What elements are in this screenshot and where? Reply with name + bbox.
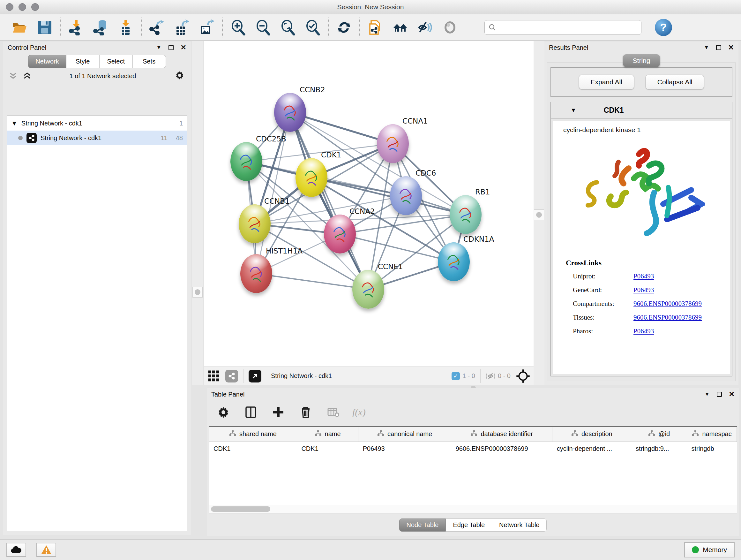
network-node-CCNB2[interactable]: [274, 93, 306, 132]
table-cell[interactable]: CDK1: [297, 442, 358, 455]
crosslink-link[interactable]: P06493: [633, 286, 654, 294]
crosslink-link[interactable]: P06493: [633, 327, 654, 335]
tab-edge-table[interactable]: Edge Table: [446, 518, 492, 532]
tab-style[interactable]: Style: [66, 55, 99, 68]
right-splitter[interactable]: [534, 41, 544, 385]
collapse-all-networks-icon[interactable]: [9, 72, 17, 80]
zoom-in-button[interactable]: [230, 19, 246, 36]
table-cell[interactable]: 9606.ENSP00000378699: [451, 442, 552, 455]
table-cell[interactable]: stringdb:9...: [631, 442, 687, 455]
show-all-button[interactable]: [442, 19, 458, 36]
table-horizontal-scrollbar[interactable]: [209, 505, 737, 513]
table-settings-gear-button[interactable]: [215, 404, 232, 421]
column-header-namespac[interactable]: namespac: [687, 427, 737, 442]
zoom-fit-button[interactable]: [280, 19, 296, 36]
network-node-CDC6[interactable]: [390, 176, 422, 215]
panel-float-icon[interactable]: [169, 45, 174, 50]
tab-string[interactable]: String: [623, 54, 660, 67]
tree-expand-caret-icon[interactable]: ▼: [11, 120, 17, 127]
import-network-file-button[interactable]: [68, 19, 84, 36]
grid-view-button[interactable]: [207, 370, 220, 382]
column-header-canonical-name[interactable]: canonical name: [358, 427, 451, 442]
tab-network[interactable]: Network: [28, 55, 66, 68]
expand-all-networks-icon[interactable]: [23, 72, 31, 80]
network-node-CDK1[interactable]: [295, 158, 327, 197]
collapse-caret-icon[interactable]: ▼: [570, 107, 576, 114]
panel-float-icon[interactable]: [717, 392, 722, 397]
save-session-button[interactable]: [37, 19, 53, 36]
delete-column-button[interactable]: [297, 404, 314, 421]
export-image-button[interactable]: [199, 19, 215, 36]
panel-minimize-icon[interactable]: ▼: [704, 391, 710, 397]
birds-eye-view-button[interactable]: [249, 370, 261, 382]
network-edge-HIST1H1A-CCNE1[interactable]: [256, 273, 368, 289]
warnings-button[interactable]: [37, 543, 56, 557]
memory-button[interactable]: Memory: [684, 542, 735, 557]
zoom-out-button[interactable]: [255, 19, 271, 36]
open-session-button[interactable]: [11, 19, 28, 36]
crosslink-link[interactable]: 9606.ENSP00000378699: [633, 314, 702, 321]
function-builder-button[interactable]: f(x): [352, 407, 366, 418]
crosslink-link[interactable]: P06493: [633, 272, 654, 280]
table-cell[interactable]: stringdb: [687, 442, 737, 455]
panel-float-icon[interactable]: [716, 45, 721, 50]
selected-checkbox-icon[interactable]: ✓: [452, 372, 460, 380]
search-input[interactable]: [499, 23, 637, 31]
refresh-button[interactable]: [336, 19, 352, 36]
cloud-sync-button[interactable]: [6, 543, 26, 557]
import-network-database-button[interactable]: [92, 19, 109, 36]
crosslink-link[interactable]: 9606.ENSP00000378699: [633, 300, 702, 308]
tab-node-table[interactable]: Node Table: [399, 518, 446, 532]
clone-network-button[interactable]: [367, 19, 384, 36]
show-columns-button[interactable]: [243, 404, 259, 421]
node-result-header[interactable]: ▼ CDK1: [551, 102, 732, 119]
export-network-button[interactable]: [149, 19, 165, 36]
fit-selection-crosshair-button[interactable]: [516, 369, 530, 383]
table-cell[interactable]: P06493: [358, 442, 451, 455]
network-row[interactable]: String Network - cdk1 11 48: [7, 131, 187, 145]
column-header-name[interactable]: name: [297, 427, 358, 442]
network-node-HIST1H1A[interactable]: [240, 254, 272, 293]
panel-minimize-icon[interactable]: ▼: [704, 45, 709, 51]
hide-selected-button[interactable]: [417, 19, 433, 36]
panel-close-icon[interactable]: ✕: [181, 44, 186, 52]
panel-close-icon[interactable]: ✕: [728, 44, 734, 52]
collapse-all-button[interactable]: Collapse All: [646, 75, 704, 89]
delete-table-button[interactable]: [325, 404, 341, 421]
network-node-CCNB1[interactable]: [239, 204, 271, 243]
network-collection-row[interactable]: ▼ String Network - cdk1 1: [7, 116, 187, 131]
table-cell[interactable]: CDK1: [209, 442, 297, 455]
network-node-CCNA2[interactable]: [324, 214, 356, 253]
table-cell[interactable]: cyclin-dependent ...: [552, 442, 631, 455]
network-node-RB1[interactable]: [450, 195, 482, 234]
tab-network-table[interactable]: Network Table: [492, 518, 547, 532]
zoom-selected-button[interactable]: [305, 19, 321, 36]
export-table-button[interactable]: [174, 19, 190, 36]
network-node-CDC25B[interactable]: [230, 142, 262, 181]
left-splitter[interactable]: [192, 41, 203, 385]
panel-close-icon[interactable]: ✕: [729, 390, 735, 398]
network-edge-CCNB2-CCNE1[interactable]: [290, 112, 368, 289]
string-style-button[interactable]: [225, 370, 238, 382]
expand-all-button[interactable]: Expand All: [579, 75, 634, 89]
panel-minimize-icon[interactable]: ▼: [156, 45, 161, 51]
column-header-shared-name[interactable]: shared name: [209, 427, 297, 442]
tab-select[interactable]: Select: [99, 55, 133, 68]
add-column-button[interactable]: [270, 404, 286, 421]
network-node-CDKN1A[interactable]: [438, 242, 470, 281]
network-node-CCNE1[interactable]: [352, 270, 384, 309]
column-header-description[interactable]: description: [552, 427, 631, 442]
scrollbar-thumb[interactable]: [211, 506, 270, 512]
network-node-CCNA1[interactable]: [377, 124, 409, 163]
column-header-database-identifier[interactable]: database identifier: [451, 427, 552, 442]
import-table-file-button[interactable]: [118, 19, 134, 36]
help-button[interactable]: ?: [655, 19, 672, 36]
network-canvas[interactable]: CCNB2CCNA1CDC25BCDK1CDC6RB1CCNB1CCNA2CDK…: [204, 41, 534, 367]
table-row[interactable]: CDK1CDK1P064939606.ENSP00000378699cyclin…: [209, 442, 737, 455]
search-field[interactable]: [484, 20, 642, 35]
first-neighbors-button[interactable]: [392, 19, 408, 36]
network-options-gear-icon[interactable]: [174, 70, 185, 82]
tab-sets[interactable]: Sets: [133, 55, 166, 68]
column-header-@id[interactable]: @id: [631, 427, 687, 442]
crosslink-label: GeneCard:: [573, 286, 633, 294]
